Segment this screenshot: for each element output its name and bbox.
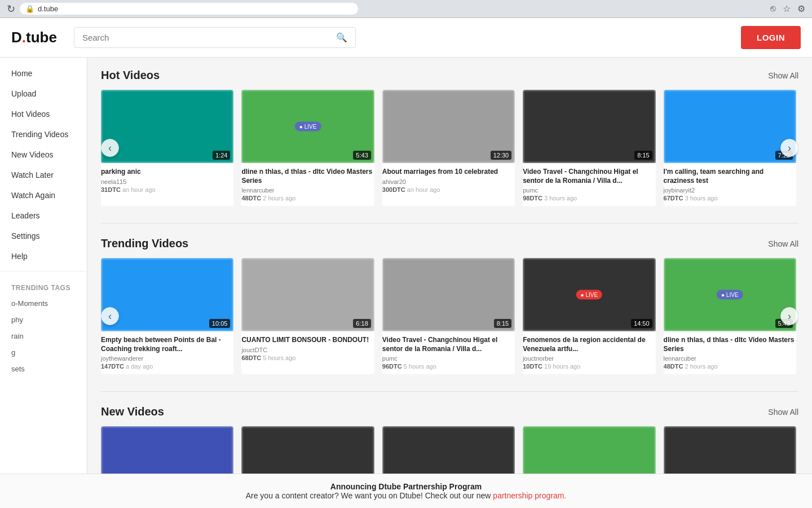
section-divider-2 [101, 391, 798, 392]
video-meta: 31DTC an hour ago [101, 186, 233, 193]
url-text: d.tube [38, 5, 58, 13]
sidebar-item-new[interactable]: New Videos [0, 144, 87, 165]
video-thumbnail: 8:15 [382, 258, 515, 331]
hot-videos-show-all[interactable]: Show All [768, 71, 798, 80]
video-dtc: 48DTC [664, 363, 683, 370]
browser-chrome: ↻ 🔒 d.tube ⎋ ☆ ⚙ [0, 0, 812, 18]
video-thumbnail: 10:05 [101, 258, 233, 331]
logo[interactable]: D.tube [11, 29, 57, 46]
extensions-icon[interactable]: ⚙ [797, 3, 805, 14]
video-meta: 67DTC 3 hours ago [664, 195, 796, 202]
sidebar: Home Upload Hot Videos Trending Videos N… [0, 58, 87, 508]
video-thumbnail: 12:30 [382, 90, 515, 163]
video-author: jouctDTC [241, 347, 374, 353]
banner-text: Are you a content creator? We want you o… [246, 491, 493, 500]
sidebar-item-settings[interactable]: Settings [0, 226, 87, 246]
video-info: Video Travel - Changchinou Higat el sent… [523, 163, 655, 206]
video-thumbnail: ● LIVE 5:43 [664, 258, 796, 331]
video-dtc: 31DTC [101, 186, 121, 193]
sidebar-tag-sets[interactable]: sets [0, 361, 87, 377]
video-title: I'm calling, team searching and crazines… [664, 168, 796, 185]
hot-videos-next-btn[interactable]: › [780, 139, 798, 157]
table-row[interactable]: ● LIVE 5:43 dline n thlas, d thlas - dlt… [241, 90, 374, 206]
new-videos-header: New Videos Show All [101, 405, 798, 418]
video-meta: 96DTC 5 hours ago [382, 363, 515, 370]
share-icon[interactable]: ⎋ [770, 3, 776, 14]
video-duration: 6:18 [353, 319, 370, 328]
table-row[interactable]: 10:05 Empty beach between Points de Bal … [101, 258, 233, 374]
video-info: dline n thlas, d thlas - dltc Video Mast… [241, 163, 374, 206]
video-thumbnail: ● LIVE 5:43 [241, 90, 374, 163]
video-dtc: 67DTC [664, 195, 683, 202]
video-author: lennarcuber [241, 187, 374, 194]
table-row[interactable]: 8:15 Video Travel - Changchinou Higat el… [382, 258, 515, 374]
hot-videos-header: Hot Videos Show All [101, 69, 798, 82]
sidebar-item-upload[interactable]: Upload [0, 84, 87, 104]
sidebar-tag-rain[interactable]: rain [0, 328, 87, 344]
table-row[interactable]: 12:30 About marriages from 10 celebrated… [382, 90, 515, 206]
search-bar: 🔍 [74, 27, 356, 48]
table-row[interactable]: 8:15 Video Travel - Changchinou Higat el… [523, 90, 655, 206]
video-dtc: 96DTC [382, 363, 402, 370]
video-duration: 10:05 [209, 319, 231, 328]
video-meta: 48DTC 2 hours ago [664, 363, 796, 370]
video-info: Video Travel - Changchinou Higat el sent… [382, 331, 515, 374]
sidebar-item-watch-again[interactable]: Watch Again [0, 185, 87, 205]
video-info: dline n thlas, d thlas - dltc Video Mast… [664, 331, 796, 374]
video-meta: 147DTC a day ago [101, 363, 233, 370]
trending-videos-header: Trending Videos Show All [101, 237, 798, 250]
video-info: I'm calling, team searching and crazines… [664, 163, 796, 206]
sidebar-item-home[interactable]: Home [0, 63, 87, 84]
login-button[interactable]: LOGIN [741, 26, 801, 49]
trending-videos-show-all[interactable]: Show All [768, 239, 798, 248]
trending-videos-section: Trending Videos Show All ‹ 10:05 Empty b… [101, 237, 798, 374]
table-row[interactable]: 7:22 I'm calling, team searching and cra… [664, 90, 796, 206]
table-row[interactable]: ● LIVE 14:50 Fenomenos de la region acci… [523, 258, 655, 374]
trending-videos-next-btn[interactable]: › [780, 307, 798, 325]
video-info: parking anic neela115 31DTC an hour ago [101, 163, 233, 198]
sidebar-divider [0, 271, 87, 271]
sidebar-item-help[interactable]: Help [0, 246, 87, 266]
reload-icon[interactable]: ↻ [7, 3, 15, 15]
hot-videos-carousel: ‹ 1:24 parking anic neela115 31DTC an ho… [101, 90, 798, 206]
video-info: CUANTO LIMIT BONSOUR - BONDOUT! jouctDTC… [241, 331, 374, 366]
hot-videos-prev-btn[interactable]: ‹ [101, 139, 119, 157]
sidebar-item-trending[interactable]: Trending Videos [0, 124, 87, 144]
video-meta: 48DTC 2 hours ago [241, 195, 374, 202]
video-dtc: 147DTC [101, 363, 124, 370]
table-row[interactable]: 1:24 parking anic neela115 31DTC an hour… [101, 90, 233, 206]
announcement-banner: Announcing Dtube Partnership Program Are… [0, 474, 812, 508]
video-duration: 12:30 [491, 151, 512, 160]
bookmark-icon[interactable]: ☆ [783, 3, 791, 14]
video-dtc: 10DTC [523, 363, 542, 370]
sidebar-tag-moments[interactable]: o-Moments [0, 295, 87, 312]
video-live-badge: ● LIVE [717, 290, 743, 300]
lock-icon: 🔒 [25, 5, 34, 13]
video-meta: 98DTC 3 hours ago [523, 195, 655, 202]
main-content: Hot Videos Show All ‹ 1:24 parking anic … [87, 58, 812, 508]
sidebar-item-hot[interactable]: Hot Videos [0, 104, 87, 124]
banner-link[interactable]: partnership program. [493, 491, 566, 500]
sidebar-item-watch-later[interactable]: Watch Later [0, 165, 87, 185]
video-title: dline n thlas, d thlas - dltc Video Mast… [241, 168, 374, 185]
video-title: dline n thlas, d thlas - dltc Video Mast… [664, 336, 796, 353]
trending-videos-carousel: ‹ 10:05 Empty beach between Points de Ba… [101, 258, 798, 374]
search-icon[interactable]: 🔍 [336, 32, 347, 43]
video-title: Fenomenos de la region accidental de Ven… [523, 336, 655, 353]
sidebar-tag-phy[interactable]: phy [0, 312, 87, 328]
video-thumbnail: ● LIVE 14:50 [523, 258, 655, 331]
table-row[interactable]: 6:18 CUANTO LIMIT BONSOUR - BONDOUT! jou… [241, 258, 374, 374]
video-dtc: 48DTC [241, 195, 261, 202]
table-row[interactable]: ● LIVE 5:43 dline n thlas, d thlas - dlt… [664, 258, 796, 374]
video-thumbnail: 6:18 [241, 258, 374, 331]
sidebar-tag-g[interactable]: g [0, 344, 87, 361]
trending-videos-prev-btn[interactable]: ‹ [101, 307, 119, 325]
sidebar-item-leaders[interactable]: Leaders [0, 205, 87, 226]
video-dtc: 98DTC [523, 195, 542, 202]
video-title: parking anic [101, 168, 233, 177]
video-meta: 68DTC 5 hours ago [241, 354, 374, 361]
video-author: pumc [523, 187, 655, 194]
video-duration: 5:43 [353, 151, 370, 160]
search-input[interactable] [82, 33, 332, 42]
new-videos-show-all[interactable]: Show All [768, 408, 798, 417]
